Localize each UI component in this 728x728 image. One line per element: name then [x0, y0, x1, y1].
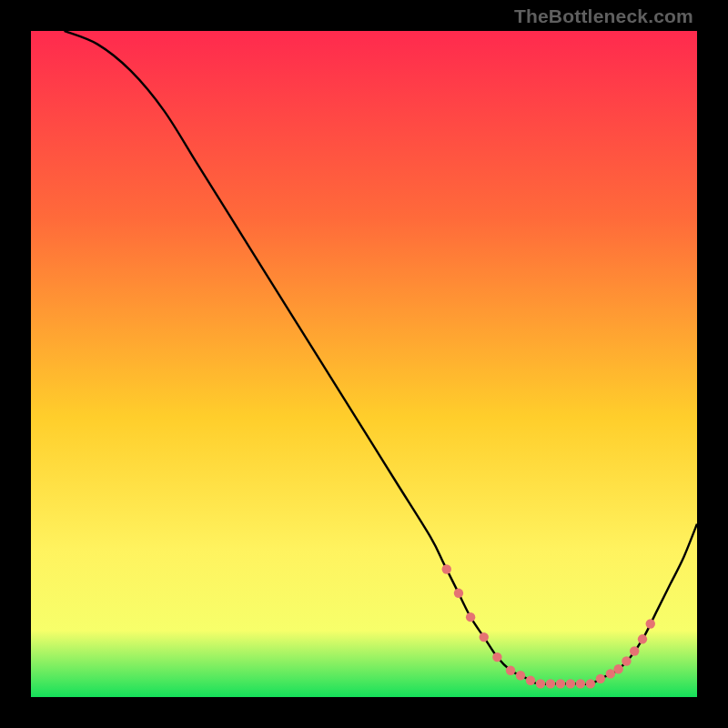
highlight-dot	[526, 676, 535, 685]
plot-area	[31, 31, 697, 697]
highlight-dot	[506, 666, 515, 675]
highlight-dot	[630, 646, 639, 655]
watermark-text: TheBottleneck.com	[514, 5, 693, 27]
highlight-dot	[622, 656, 631, 665]
chart-stage: TheBottleneck.com	[0, 0, 728, 728]
highlight-dot	[556, 679, 565, 688]
highlight-dot	[454, 589, 463, 598]
highlight-dot	[576, 679, 585, 688]
bottleneck-curve	[65, 31, 697, 684]
highlight-dot	[492, 652, 501, 662]
highlight-dot	[586, 679, 595, 688]
highlight-dots	[442, 564, 655, 688]
highlight-dot	[516, 671, 525, 680]
highlight-dot	[546, 679, 555, 688]
highlight-dot	[466, 612, 475, 622]
highlight-dot	[606, 669, 615, 678]
curve-layer	[31, 31, 697, 697]
highlight-dot	[638, 634, 647, 643]
highlight-dot	[566, 679, 575, 688]
highlight-dot	[646, 619, 655, 628]
highlight-dot	[442, 564, 451, 573]
highlight-dot	[596, 674, 605, 683]
highlight-dot	[613, 664, 622, 673]
highlight-dot	[480, 632, 489, 642]
highlight-dot	[536, 679, 545, 688]
